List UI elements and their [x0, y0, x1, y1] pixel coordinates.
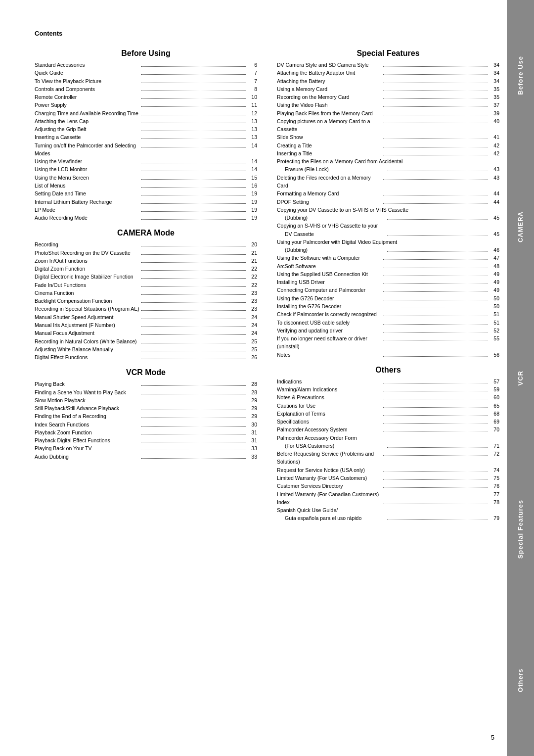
entry-dots [141, 286, 246, 287]
entry-text: Audio Dubbing [35, 453, 139, 461]
entry-page-num: 52 [490, 327, 499, 334]
entry-text: Recording in Special Situations (Program… [35, 305, 139, 313]
tab-before-use-label: Before Use [517, 56, 524, 95]
tab-special[interactable]: Special Features [507, 454, 534, 605]
list-item: Index78 [277, 498, 499, 506]
entry-text: Warning/Alarm Indications [277, 385, 382, 393]
special-features-entries: DV Camera Style and SD Camera Style34Att… [277, 61, 499, 359]
entry-page-num: 37 [490, 101, 499, 109]
entry-page-num: 20 [247, 240, 257, 248]
entry-text: Using the G726 Decoder [277, 294, 382, 302]
entry-dots [141, 343, 246, 343]
list-item: Limited Warranty (For USA Customers)75 [277, 474, 499, 482]
entry-page-num: 33 [247, 453, 257, 461]
entry-dots [383, 195, 488, 195]
entry-text: Connecting Computer and Palmcorder [277, 286, 382, 294]
entry-dots [383, 74, 488, 75]
before-using-section: Before Using Standard Accessories6Quick … [35, 49, 257, 222]
entry-dots [387, 447, 488, 448]
entry-text: Formatting a Memory Card [277, 189, 382, 197]
list-item: Backlight Compensation Function23 [35, 297, 257, 305]
list-item: Notes56 [277, 351, 499, 359]
tab-camera[interactable]: CAMERA [507, 151, 534, 303]
tab-vcr[interactable]: VCR [507, 302, 534, 454]
entry-dots [383, 340, 488, 340]
entry-dots [141, 458, 246, 459]
entry-dots [141, 385, 246, 386]
entry-text: DPOF Setting [277, 198, 382, 206]
entry-dots [387, 520, 488, 520]
list-item: Copying pictures on a Memory Card to a C… [277, 117, 499, 134]
entry-dots [141, 327, 246, 327]
entry-page-num: 19 [247, 206, 257, 214]
entry-page-num: 25 [247, 345, 257, 353]
list-item: Using your Palmcorder with Digital Video… [277, 238, 499, 246]
list-item: (For USA Customers)71 [277, 442, 499, 450]
entry-dots [383, 479, 488, 480]
list-item: Charging Time and Available Recording Ti… [35, 109, 257, 117]
entry-page-num: 31 [247, 428, 257, 436]
entry-page-num: 14 [247, 157, 257, 165]
list-item: To View the Playback Picture7 [35, 77, 257, 85]
entry-page-num: 49 [490, 286, 499, 294]
list-item: Attaching the Lens Cap13 [35, 117, 257, 125]
entry-page-num: 6 [247, 61, 257, 69]
list-item: LP Mode19 [35, 206, 257, 214]
entry-page-num: 28 [247, 380, 257, 388]
entry-text: Setting Date and Time [35, 189, 139, 197]
entry-page-num: 14 [247, 142, 257, 149]
tab-others-label: Others [517, 668, 524, 692]
list-item: Slide Show41 [277, 133, 499, 141]
entry-page-num: 22 [247, 265, 257, 273]
list-item: DV Camera Style and SD Camera Style34 [277, 61, 499, 69]
tab-others[interactable]: Others [507, 605, 534, 756]
entry-dots [383, 308, 488, 308]
left-column: Before Using Standard Accessories6Quick … [35, 42, 257, 522]
list-item: Quick Guide7 [35, 69, 257, 77]
entry-dots [383, 399, 488, 399]
list-item: Internal Lithium Battery Recharge19 [35, 198, 257, 206]
list-item: Recording in Natural Colors (White Balan… [35, 337, 257, 345]
entry-dots [141, 203, 246, 204]
entry-page-num: 28 [247, 388, 257, 396]
tab-before-use[interactable]: Before Use [507, 0, 534, 151]
list-item: Attaching the Battery Adaptor Unit34 [277, 69, 499, 77]
entry-page-num: 29 [247, 396, 257, 404]
entry-dots [141, 131, 246, 131]
entry-dots [141, 123, 246, 123]
list-item: Standard Accessories6 [35, 61, 257, 69]
entry-dots [141, 294, 246, 295]
list-item: Specifications69 [277, 418, 499, 425]
list-item: Installing USB Driver49 [277, 278, 499, 286]
list-item: To disconnect USB cable safely51 [277, 319, 499, 327]
entry-dots [383, 147, 488, 147]
entry-text: Fade In/Out Functions [35, 281, 139, 289]
list-item: Creating a Title42 [277, 142, 499, 149]
list-item: Manual Focus Adjustment24 [35, 329, 257, 337]
entry-page-num: 33 [247, 444, 257, 452]
entry-page-num: 51 [490, 319, 499, 327]
list-item: Remote Controller10 [35, 93, 257, 101]
entry-text: Adjusting White Balance Manually [35, 345, 139, 353]
entry-text: Indications [277, 378, 382, 385]
entry-text: Limited Warranty (For USA Customers) [277, 474, 382, 482]
list-item: DV Cassette45 [277, 230, 499, 238]
entry-page-num: 23 [247, 297, 257, 305]
entry-dots [141, 254, 246, 255]
list-item: Warning/Alarm Indications59 [277, 385, 499, 393]
list-item: Zoom In/Out Functions21 [35, 257, 257, 265]
entry-page-num: 43 [490, 174, 499, 182]
entry-text: LP Mode [35, 206, 139, 214]
entry-dots [387, 219, 488, 220]
entry-text: Internal Lithium Battery Recharge [35, 198, 139, 206]
entry-page-num: 49 [490, 270, 499, 278]
entry-text: Manual Shutter Speed Adjustment [35, 313, 139, 321]
entry-dots [383, 487, 488, 488]
entry-text: Quick Guide [35, 69, 139, 77]
entry-dots [383, 455, 488, 456]
entry-page-num: 69 [490, 418, 499, 425]
entry-text: Remote Controller [35, 93, 139, 101]
entry-page-num: 35 [490, 85, 499, 93]
entry-page-num: 44 [490, 189, 499, 197]
entry-text: Inserting a Cassette [35, 133, 139, 141]
